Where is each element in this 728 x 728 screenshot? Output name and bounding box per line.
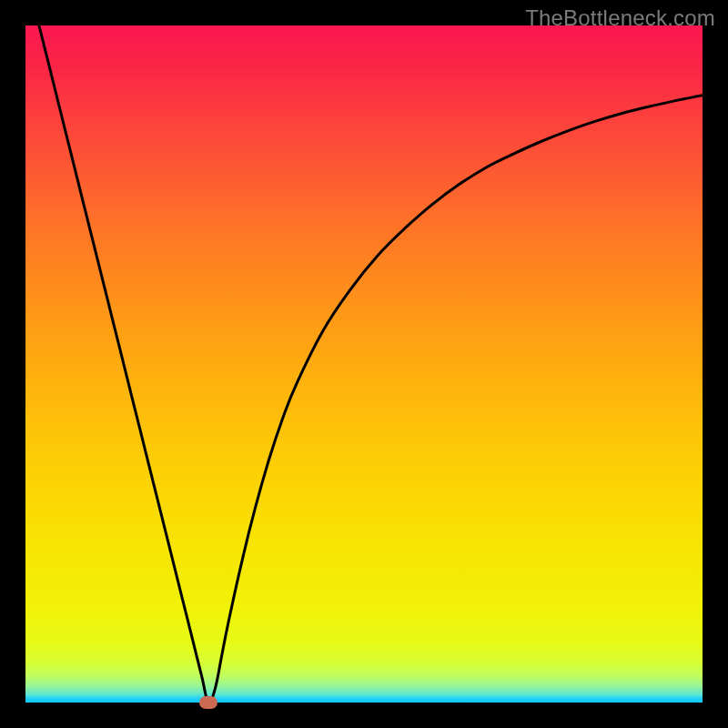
minimum-marker [199, 696, 217, 709]
curve-layer [25, 25, 703, 703]
plot-area [25, 25, 703, 703]
bottleneck-curve [39, 25, 703, 703]
chart-container: TheBottleneck.com [0, 0, 728, 728]
